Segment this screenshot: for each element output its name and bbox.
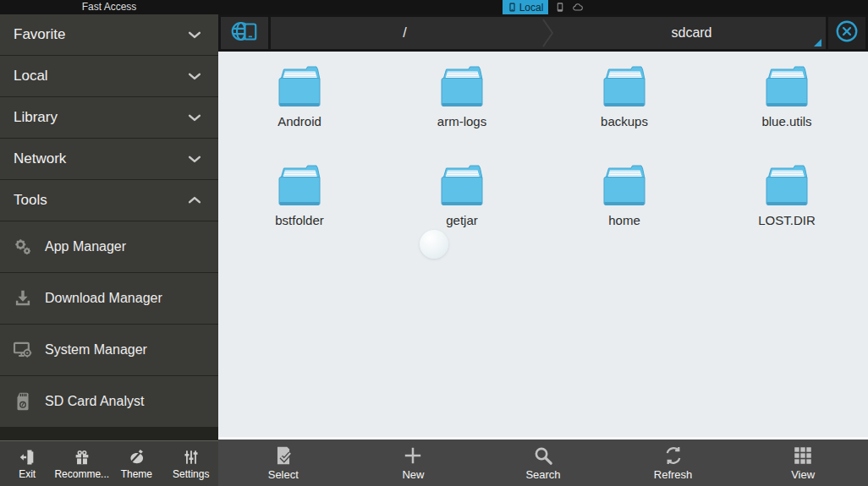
- breadcrumb-segment-[interactable]: /: [271, 17, 539, 49]
- folder-lost-dir[interactable]: LOST.DIR: [706, 164, 868, 227]
- folder-icon: [597, 65, 651, 111]
- gift-icon: [73, 448, 91, 467]
- bottom-toolbar: SelectNewSearchRefreshView: [218, 440, 868, 486]
- toolbar-button-label: Settings: [173, 468, 209, 480]
- dropdown-corner-icon: [814, 39, 821, 46]
- folder-label: Android: [277, 114, 321, 128]
- download-icon: [12, 287, 34, 309]
- folder-label: backups: [601, 114, 648, 128]
- tab-local-label: Local: [519, 2, 544, 14]
- sidebar-group-favorite[interactable]: Favorite: [0, 14, 218, 55]
- new-button[interactable]: New: [349, 440, 479, 486]
- toolbar-button-label: Theme: [121, 468, 152, 480]
- sidebar-item-system-manager[interactable]: System Manager: [0, 325, 218, 375]
- folder-icon: [597, 164, 651, 210]
- gears-icon: [12, 236, 34, 258]
- chevron-down-icon: [186, 109, 203, 126]
- select-button[interactable]: Select: [218, 440, 349, 486]
- sidebar-item-label: SD Card Analyst: [45, 394, 144, 409]
- folder-getjar[interactable]: getjar: [381, 164, 543, 227]
- top-strip: Fast Access Local: [0, 0, 868, 14]
- folder-label: home: [608, 213, 640, 227]
- system-monitor-icon: [12, 339, 34, 361]
- sidebar-item-download-manager[interactable]: Download Manager: [0, 273, 218, 324]
- sidebar: FavoriteLocalLibraryNetworkTools App Man…: [0, 14, 218, 440]
- folder-label: bstfolder: [275, 213, 324, 227]
- folder-icon: [435, 65, 489, 111]
- sidebar-item-label: App Manager: [45, 239, 126, 254]
- path-bar: /sdcard: [218, 14, 868, 52]
- sidebar-toolbar: ExitRecomme...ThemeSettings: [0, 440, 218, 486]
- folder-home[interactable]: home: [543, 164, 706, 227]
- exit-button[interactable]: Exit: [0, 441, 54, 486]
- settings-button[interactable]: Settings: [164, 441, 218, 486]
- folder-icon: [272, 65, 327, 111]
- search-button[interactable]: Search: [478, 440, 608, 486]
- sidebar-group-library[interactable]: Library: [0, 97, 218, 138]
- scroll-bubble: [420, 230, 448, 259]
- folder-label: LOST.DIR: [758, 213, 816, 227]
- folder-label: arm-logs: [437, 114, 486, 128]
- folder-icon: [272, 164, 327, 210]
- tab-local[interactable]: Local: [503, 0, 549, 14]
- sidebar-group-local[interactable]: Local: [0, 56, 218, 96]
- folder-icon: [760, 164, 814, 210]
- folder-label: blue.utils: [761, 114, 811, 128]
- sidebar-group-label: Favorite: [14, 26, 186, 43]
- folder-grid: Androidarm-logsbackupsblue.utilsbstfolde…: [218, 52, 868, 227]
- sidebar-item-app-manager[interactable]: App Manager: [0, 221, 218, 272]
- breadcrumb-segment-label: /: [403, 25, 406, 41]
- sidebar-group-tools[interactable]: Tools: [0, 180, 218, 221]
- breadcrumb-segment-label: sdcard: [671, 25, 711, 41]
- toolbar-button-label: Recomme...: [54, 468, 109, 480]
- refresh-icon: [662, 445, 684, 467]
- breadcrumb-separator-icon: [539, 17, 558, 49]
- globe-device-icon: [229, 18, 260, 48]
- grid-icon: [792, 445, 814, 467]
- folder-label: getjar: [446, 213, 478, 227]
- breadcrumb: /sdcard: [271, 17, 826, 49]
- sidebar-item-label: System Manager: [45, 342, 147, 358]
- cloud-icon[interactable]: [572, 2, 584, 13]
- toolbar-button-label: Refresh: [654, 468, 693, 481]
- device-home-button[interactable]: [221, 17, 268, 49]
- recomme-button[interactable]: Recomme...: [54, 441, 109, 486]
- toolbar-button-label: Select: [268, 468, 299, 481]
- folder-backups[interactable]: backups: [543, 65, 706, 128]
- search-icon: [532, 445, 554, 467]
- close-tab-button[interactable]: [828, 17, 865, 49]
- folder-icon: [435, 164, 489, 210]
- refresh-button[interactable]: Refresh: [608, 440, 739, 486]
- toolbar-button-label: Exit: [19, 468, 36, 480]
- chevron-down-icon: [186, 26, 203, 43]
- theme-button[interactable]: Theme: [109, 441, 163, 486]
- file-manager-app: Fast Access Local /sdcard FavoriteLocalL…: [0, 0, 868, 486]
- folder-android[interactable]: Android: [218, 65, 381, 128]
- chevron-down-icon: [186, 68, 203, 85]
- sidebar-item-label: Download Manager: [45, 291, 162, 306]
- folder-icon: [760, 65, 814, 111]
- chevron-down-icon: [186, 150, 203, 167]
- folder-blue-utils[interactable]: blue.utils: [706, 65, 868, 128]
- device-icon[interactable]: [554, 2, 566, 13]
- view-button[interactable]: View: [738, 440, 868, 486]
- select-icon: [272, 445, 294, 467]
- chevron-up-icon: [186, 192, 203, 209]
- exit-icon: [18, 448, 36, 467]
- sidebar-item-sd-card-analyst[interactable]: SD Card Analyst: [0, 376, 218, 427]
- sidebar-group-label: Network: [14, 150, 186, 167]
- sidebar-group-label: Local: [14, 68, 186, 85]
- sidebar-group-network[interactable]: Network: [0, 139, 218, 179]
- plus-icon: [402, 445, 424, 467]
- toolbar-button-label: View: [791, 468, 815, 481]
- sliders-icon: [182, 448, 201, 467]
- folder-arm-logs[interactable]: arm-logs: [381, 65, 543, 128]
- sidebar-group-label: Library: [14, 109, 186, 126]
- folder-bstfolder[interactable]: bstfolder: [218, 164, 381, 227]
- close-icon: [834, 19, 860, 47]
- sidebar-title: Fast Access: [0, 0, 218, 14]
- phone-icon: [508, 2, 517, 13]
- breadcrumb-segment-sdcard[interactable]: sdcard: [558, 17, 826, 49]
- sidebar-tools: App ManagerDownload ManagerSystem Manage…: [0, 221, 218, 427]
- toolbar-button-label: New: [402, 468, 424, 481]
